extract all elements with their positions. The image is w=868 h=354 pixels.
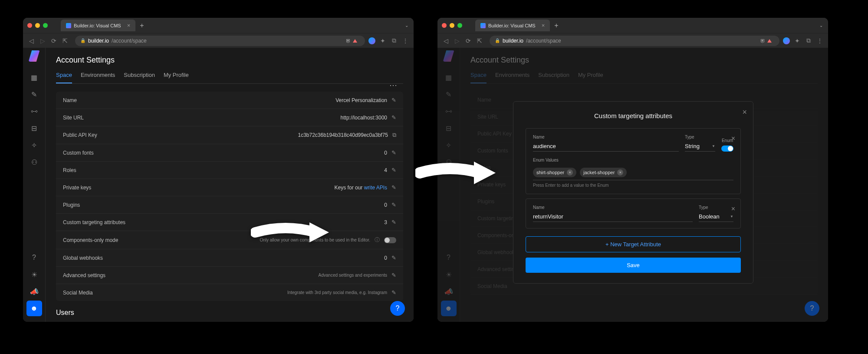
help-fab[interactable]: ? (805, 301, 819, 316)
nav-back-icon[interactable]: ◁ (442, 37, 450, 44)
pencil-icon[interactable]: ✎ (391, 202, 396, 208)
sidebar-theme-icon[interactable]: ☀ (26, 267, 42, 282)
favicon (480, 23, 486, 28)
tab-close-icon[interactable]: × (127, 22, 131, 29)
window-controls[interactable] (27, 23, 48, 28)
extensions-icon[interactable]: ✦ (379, 37, 387, 44)
site-info-badge[interactable]: ⛨ (343, 37, 360, 45)
tab-title: Builder.io: Visual CMS (74, 23, 121, 28)
pencil-icon[interactable]: ✎ (391, 167, 396, 173)
extension-builder-icon[interactable] (783, 37, 790, 44)
settings-card: ⋯ Name Vercel Personalization✎ Site URL … (56, 92, 403, 301)
titlebar: Builder.io: Visual CMS × + ⌄ (437, 18, 828, 33)
shield-icon: ⛨ (760, 38, 766, 44)
url-bar: ◁ ▷ ⟳ ⇱ 🔒 builder.io/account/space ⛨ ✦ ⧉… (437, 33, 828, 48)
sidebar-account-icon[interactable]: ☻ (26, 301, 42, 316)
pencil-icon[interactable]: ✎ (391, 97, 396, 103)
attr-type-select[interactable]: Boolean▼ (699, 212, 733, 222)
sidebar-content-icon[interactable]: ▦ (26, 69, 42, 85)
row-components-only: Components-only mode Only allow your own… (56, 231, 403, 249)
attribute-box-1: × Name Type String▼ Enum Enum Valu (526, 128, 741, 194)
attr-name-input[interactable] (533, 141, 679, 152)
pencil-icon[interactable]: ✎ (391, 255, 396, 261)
favicon (66, 23, 71, 28)
card-menu-icon[interactable]: ⋯ (389, 80, 398, 90)
menu-icon[interactable]: ⋮ (816, 37, 824, 44)
attr-name-input[interactable] (533, 212, 693, 222)
page-title: Account Settings (56, 56, 403, 65)
annotation-arrow (251, 217, 333, 249)
chip-remove-icon[interactable]: × (567, 169, 573, 175)
sidebar-announce-icon[interactable]: 📣 (26, 284, 42, 299)
bookmark-icon[interactable]: ⇱ (476, 37, 483, 44)
save-button[interactable]: Save (526, 258, 741, 273)
pencil-icon[interactable]: ✎ (391, 149, 396, 156)
new-attribute-button[interactable]: + New Target Attribute (526, 236, 741, 252)
remove-attribute-icon[interactable]: × (731, 135, 735, 142)
tab-subscription[interactable]: Subscription (124, 72, 155, 83)
pip-icon[interactable]: ⧉ (390, 37, 398, 44)
chip: jacket-shopper× (580, 168, 627, 177)
info-icon[interactable]: ⓘ (375, 236, 380, 244)
pencil-icon[interactable]: ✎ (391, 184, 396, 191)
row-custom-targeting: Custom targeting attributes 3✎ (56, 214, 403, 231)
address-input[interactable]: 🔒 builder.io/account/space ⛨ (490, 36, 779, 46)
sidebar-code-icon[interactable]: ✧ (26, 137, 42, 153)
browser-tab[interactable]: Builder.io: Visual CMS × (475, 20, 550, 31)
enum-chips[interactable]: shirt-shopper× jacket-shopper× (533, 168, 733, 180)
sidebar-help-icon[interactable]: ? (26, 250, 42, 265)
sidebar-wand-icon[interactable]: ✎ (26, 86, 42, 102)
row-roles: Roles 4✎ (56, 162, 403, 179)
reload-icon[interactable]: ⟳ (464, 37, 472, 44)
users-heading: Users (56, 309, 403, 317)
extension-builder-icon[interactable] (368, 37, 375, 44)
site-info-badge[interactable]: ⛨ (758, 37, 774, 45)
help-fab[interactable]: ? (390, 301, 405, 316)
pencil-icon[interactable]: ✎ (391, 219, 396, 225)
row-webhooks: Global webhooks 0✎ (56, 249, 403, 267)
tab-space[interactable]: Space (56, 72, 72, 83)
tab-my-profile[interactable]: My Profile (164, 72, 189, 83)
menu-icon[interactable]: ⋮ (401, 37, 409, 44)
shield-icon: ⛨ (346, 38, 351, 44)
copy-icon[interactable]: ⧉ (392, 132, 396, 139)
attr-type-select[interactable]: String▼ (685, 141, 715, 152)
reload-icon[interactable]: ⟳ (50, 37, 58, 44)
window-controls[interactable] (442, 23, 462, 28)
tab-close-icon[interactable]: × (542, 22, 545, 29)
annotation-arrow (415, 155, 498, 192)
pencil-icon[interactable]: ✎ (391, 272, 396, 278)
sidebar-data-icon[interactable]: ⊟ (26, 120, 42, 136)
components-only-toggle[interactable] (384, 237, 396, 243)
nav-back-icon[interactable]: ◁ (27, 37, 35, 44)
browser-tab[interactable]: Builder.io: Visual CMS × (61, 20, 135, 31)
tabs: Space Environments Subscription My Profi… (56, 72, 403, 84)
sidebar-users-icon[interactable]: ⚇ (26, 154, 42, 170)
url-bar: ◁ ▷ ⟳ ⇱ 🔒 builder.io/account/space ⛨ ✦ ⧉… (23, 33, 414, 48)
attribute-box-2: × Name Type Boolean▼ (526, 199, 741, 228)
tab-title: Builder.io: Visual CMS (488, 23, 536, 28)
modal-close-icon[interactable]: × (742, 108, 747, 117)
remove-attribute-icon[interactable]: × (731, 205, 735, 213)
row-custom-fonts: Custom fonts 0✎ (56, 144, 403, 162)
address-input[interactable]: 🔒 builder.io/account/space ⛨ (75, 36, 365, 46)
pencil-icon[interactable]: ✎ (391, 114, 396, 121)
extensions-icon[interactable]: ✦ (793, 37, 801, 44)
modal-title: Custom targeting attributes (526, 112, 741, 119)
tabs-dropdown-icon[interactable]: ⌄ (819, 23, 823, 28)
enum-toggle[interactable] (721, 146, 733, 152)
row-site-url: Site URL http://localhost:3000✎ (56, 109, 403, 126)
row-private-keys: Private keys Keys for our write APIs✎ (56, 179, 403, 196)
bookmark-icon[interactable]: ⇱ (61, 37, 69, 44)
pip-icon[interactable]: ⧉ (805, 37, 812, 44)
row-api-key: Public API Key 1c3b72c36b194b318c40d99ec… (56, 126, 403, 144)
tabs-dropdown-icon[interactable]: ⌄ (405, 23, 408, 28)
app-logo[interactable] (29, 50, 40, 62)
new-tab-button[interactable]: + (554, 22, 558, 30)
sidebar-models-icon[interactable]: ⧟ (26, 103, 42, 119)
chip-remove-icon[interactable]: × (617, 169, 623, 175)
new-tab-button[interactable]: + (140, 22, 144, 30)
tab-environments[interactable]: Environments (81, 72, 115, 83)
write-apis-link[interactable]: write APIs (364, 185, 387, 191)
pencil-icon[interactable]: ✎ (391, 289, 396, 296)
